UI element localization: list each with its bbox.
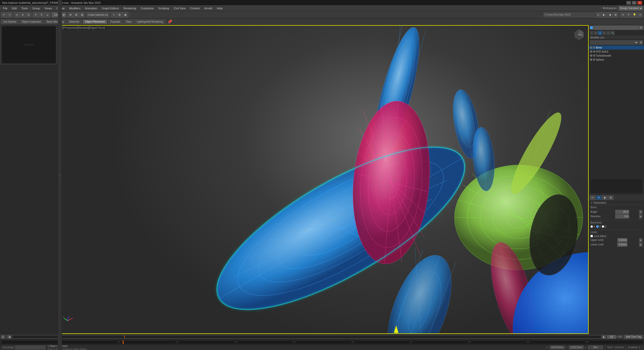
limit-effect-checkbox[interactable] <box>590 235 593 237</box>
menu-content[interactable]: Content <box>188 6 202 11</box>
viewport[interactable]: [+][Perspective][Standard][Edged Faces] … <box>58 25 589 334</box>
curve-editor-button[interactable]: ∿ <box>111 12 116 18</box>
rotate-button[interactable]: ↻ <box>39 12 44 18</box>
mod-lock-turbosmooth[interactable] <box>593 55 595 57</box>
tab-lighting-rendering[interactable]: Lighting And Rendering <box>135 20 165 24</box>
tab-object-placement[interactable]: Object Placement <box>83 20 107 24</box>
mod-eye-bend[interactable] <box>590 46 592 49</box>
panel-tab-params[interactable]: ☰ <box>596 195 601 200</box>
upper-limit-spinner[interactable]: ▲ <box>639 238 642 242</box>
display-panel-icon[interactable]: ◯ <box>607 31 611 35</box>
modifier-dropdown[interactable]: Bend TurboSmooth FFD 3x3x3 <box>590 40 638 45</box>
scrubber-track[interactable]: 0 10 20 30 40 50 60 70 80 90 100 <box>1 340 643 344</box>
render-effects-button[interactable]: ✦ <box>626 12 631 18</box>
tab-materials[interactable]: Materials <box>67 20 82 24</box>
timeline-track[interactable] <box>12 335 601 338</box>
axis-y-radio[interactable]: Y <box>596 225 601 228</box>
modifier-item-sphere[interactable]: Sphere <box>589 58 644 62</box>
undo-button[interactable]: ↩ <box>1 12 7 18</box>
mirror-button[interactable]: ⊞ <box>68 12 73 18</box>
menu-scripting[interactable]: Scripting <box>156 6 171 11</box>
tab-get-started[interactable]: Get Started <box>1 20 18 24</box>
file-path-input[interactable] <box>543 13 594 17</box>
object-color-swatch[interactable] <box>590 26 593 29</box>
move-button[interactable]: ✛ <box>33 12 38 18</box>
hierarchy-panel-icon[interactable]: ⊞ <box>598 31 602 35</box>
lower-limit-spinner[interactable]: ▲ <box>639 243 642 247</box>
axis-y-input[interactable] <box>596 225 599 228</box>
select-object-button[interactable]: ⊙ <box>14 12 20 18</box>
mod-lock-ffd[interactable] <box>593 51 595 53</box>
motion-panel-icon[interactable]: ↻ <box>602 31 606 35</box>
mod-lock-bend[interactable] <box>593 47 595 49</box>
mod-eye-sphere[interactable] <box>590 58 592 61</box>
direction-spinner-up[interactable]: ▲ <box>639 214 642 218</box>
object-options-btn[interactable]: ▼ <box>639 26 643 30</box>
menu-file[interactable]: File <box>1 6 10 11</box>
maximize-button[interactable]: □ <box>632 1 636 5</box>
tab-pin-icon[interactable]: 📌 <box>166 19 173 24</box>
panel-expand-btn[interactable]: ▷ <box>58 0 62 350</box>
axis-z-radio[interactable]: Z <box>602 225 606 228</box>
modify-panel-icon[interactable]: ⊘ <box>594 31 598 35</box>
panel-tab-display[interactable]: ◉ <box>602 195 608 200</box>
mod-eye-ffd[interactable] <box>590 50 592 53</box>
mod-eye-turbosmooth[interactable] <box>590 54 592 57</box>
tab-view[interactable]: View <box>124 20 134 24</box>
scene-explorer-button[interactable]: ≡ <box>637 12 643 18</box>
key-mode-btn[interactable]: ⊡ <box>1 335 5 339</box>
angle-input[interactable] <box>615 210 629 214</box>
menu-tools[interactable]: Tools <box>19 6 30 11</box>
menu-group[interactable]: Group <box>30 6 42 11</box>
modifier-item-bend[interactable]: Bend <box>589 46 644 50</box>
frame-input[interactable]: 19 <box>607 335 616 339</box>
render-button[interactable]: ▶ <box>601 12 607 18</box>
panel-tab-extra[interactable]: ⊞ <box>608 195 614 200</box>
object-name-input[interactable]: Sphere005 <box>593 26 638 30</box>
env-effects-button[interactable]: ☀ <box>620 12 626 18</box>
angle-spinner-up[interactable]: ▲ <box>639 210 642 214</box>
menu-civil-view[interactable]: Civil View <box>172 6 187 11</box>
menu-graph-editors[interactable]: Graph Editors <box>100 6 121 11</box>
panel-tab-modify[interactable]: ✏ <box>590 195 595 200</box>
viewport-config-button[interactable]: ⊞ <box>613 12 618 18</box>
add-time-tag-btn[interactable]: Add Time Tag <box>624 335 643 339</box>
lower-limit-input[interactable] <box>617 243 627 247</box>
axis-z-input[interactable] <box>602 225 604 228</box>
menu-customize[interactable]: Customize <box>139 6 156 11</box>
create-selection-button[interactable]: Create Selection Se <box>87 12 109 18</box>
minimize-button[interactable]: ─ <box>626 1 631 5</box>
mod-lock-sphere[interactable] <box>593 59 595 61</box>
menu-rendering[interactable]: Rendering <box>122 6 138 11</box>
menu-edit[interactable]: Edit <box>10 6 19 11</box>
modifier-item-turbosmooth[interactable]: TurboSmooth <box>589 54 644 58</box>
modifier-config-btn[interactable]: ⚙ <box>639 40 643 45</box>
upper-limit-input[interactable] <box>617 238 627 242</box>
create-panel-icon[interactable]: + <box>589 31 593 35</box>
menu-views[interactable]: Views <box>43 6 54 11</box>
active-shade-button[interactable]: ◑ <box>607 12 613 18</box>
select-region-button[interactable]: ⊘ <box>20 12 25 18</box>
redo-button[interactable]: ↪ <box>7 12 12 18</box>
nav-cube[interactable]: Front Top <box>572 27 587 42</box>
direction-input[interactable] <box>615 214 629 218</box>
prev-frame-btn[interactable]: ◀ <box>7 335 11 339</box>
menu-help[interactable]: Help <box>215 6 225 11</box>
tab-object-inspection[interactable]: Object Inspection <box>19 20 43 24</box>
render-setup-button[interactable]: ⊙ <box>595 12 601 18</box>
axis-x-input[interactable] <box>590 225 593 228</box>
workspace-select[interactable]: Design Standard <box>619 6 643 11</box>
layer-button[interactable]: ▤ <box>79 12 85 18</box>
maxscript-input[interactable] <box>15 345 46 349</box>
material-editor-button[interactable]: ◉ <box>123 12 128 18</box>
scale-button[interactable]: ⊿ <box>45 12 50 18</box>
modifier-item-ffd[interactable]: FFD 3x3x3 <box>589 50 644 54</box>
light-lister-button[interactable]: 💡 <box>632 12 637 18</box>
close-button[interactable]: ✕ <box>637 1 642 5</box>
tab-basic-modeling[interactable]: Basic Modeling <box>44 20 66 24</box>
menu-modifiers[interactable]: Modifiers <box>67 6 83 11</box>
axis-x-radio[interactable]: X <box>590 225 595 228</box>
utility-panel-icon[interactable]: 🔧 <box>611 31 615 35</box>
align-button[interactable]: ⊠ <box>73 12 79 18</box>
select-filter-button[interactable]: ⊡ <box>26 12 31 18</box>
